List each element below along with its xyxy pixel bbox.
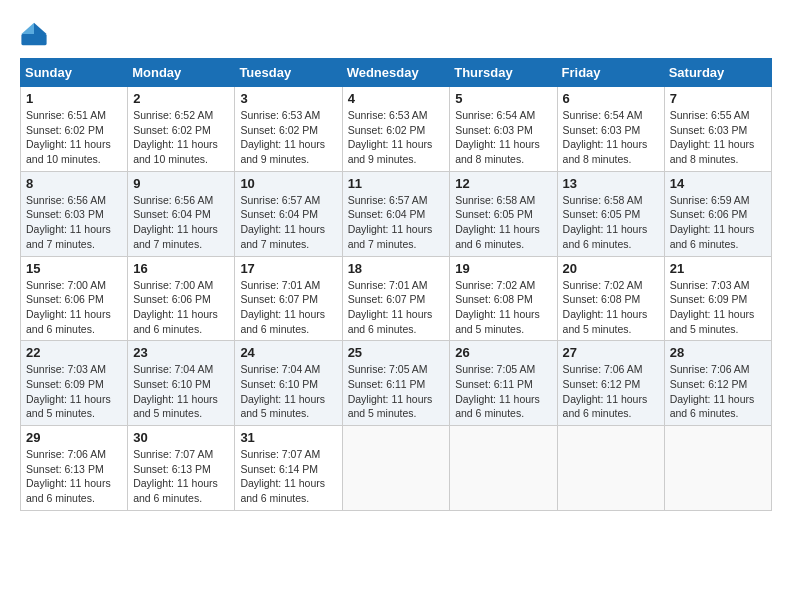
day-number: 14 — [670, 176, 766, 191]
day-number: 7 — [670, 91, 766, 106]
day-number: 29 — [26, 430, 122, 445]
days-of-week-row: SundayMondayTuesdayWednesdayThursdayFrid… — [21, 59, 772, 87]
day-number: 17 — [240, 261, 336, 276]
day-info: Sunrise: 6:54 AM Sunset: 6:03 PM Dayligh… — [563, 108, 659, 167]
calendar-cell: 4Sunrise: 6:53 AM Sunset: 6:02 PM Daylig… — [342, 87, 450, 172]
day-info: Sunrise: 6:53 AM Sunset: 6:02 PM Dayligh… — [240, 108, 336, 167]
day-info: Sunrise: 6:55 AM Sunset: 6:03 PM Dayligh… — [670, 108, 766, 167]
day-number: 25 — [348, 345, 445, 360]
logo — [20, 20, 52, 48]
day-number: 20 — [563, 261, 659, 276]
calendar-cell: 31Sunrise: 7:07 AM Sunset: 6:14 PM Dayli… — [235, 426, 342, 511]
calendar-week-row: 15Sunrise: 7:00 AM Sunset: 6:06 PM Dayli… — [21, 256, 772, 341]
day-info: Sunrise: 6:56 AM Sunset: 6:03 PM Dayligh… — [26, 193, 122, 252]
calendar-header: SundayMondayTuesdayWednesdayThursdayFrid… — [21, 59, 772, 87]
calendar-cell: 28Sunrise: 7:06 AM Sunset: 6:12 PM Dayli… — [664, 341, 771, 426]
day-info: Sunrise: 7:06 AM Sunset: 6:12 PM Dayligh… — [670, 362, 766, 421]
calendar-cell: 16Sunrise: 7:00 AM Sunset: 6:06 PM Dayli… — [128, 256, 235, 341]
calendar-cell: 20Sunrise: 7:02 AM Sunset: 6:08 PM Dayli… — [557, 256, 664, 341]
day-info: Sunrise: 6:57 AM Sunset: 6:04 PM Dayligh… — [348, 193, 445, 252]
day-number: 5 — [455, 91, 551, 106]
day-number: 9 — [133, 176, 229, 191]
calendar-cell: 29Sunrise: 7:06 AM Sunset: 6:13 PM Dayli… — [21, 426, 128, 511]
svg-marker-1 — [21, 23, 34, 34]
calendar-cell: 21Sunrise: 7:03 AM Sunset: 6:09 PM Dayli… — [664, 256, 771, 341]
day-info: Sunrise: 7:04 AM Sunset: 6:10 PM Dayligh… — [240, 362, 336, 421]
calendar-cell: 24Sunrise: 7:04 AM Sunset: 6:10 PM Dayli… — [235, 341, 342, 426]
day-info: Sunrise: 7:01 AM Sunset: 6:07 PM Dayligh… — [240, 278, 336, 337]
day-number: 2 — [133, 91, 229, 106]
day-info: Sunrise: 6:51 AM Sunset: 6:02 PM Dayligh… — [26, 108, 122, 167]
calendar-cell — [557, 426, 664, 511]
svg-rect-2 — [21, 34, 46, 45]
calendar-cell: 15Sunrise: 7:00 AM Sunset: 6:06 PM Dayli… — [21, 256, 128, 341]
day-info: Sunrise: 7:00 AM Sunset: 6:06 PM Dayligh… — [26, 278, 122, 337]
day-info: Sunrise: 7:02 AM Sunset: 6:08 PM Dayligh… — [455, 278, 551, 337]
calendar-cell: 22Sunrise: 7:03 AM Sunset: 6:09 PM Dayli… — [21, 341, 128, 426]
calendar-cell: 3Sunrise: 6:53 AM Sunset: 6:02 PM Daylig… — [235, 87, 342, 172]
day-number: 27 — [563, 345, 659, 360]
calendar-cell: 30Sunrise: 7:07 AM Sunset: 6:13 PM Dayli… — [128, 426, 235, 511]
calendar-cell: 11Sunrise: 6:57 AM Sunset: 6:04 PM Dayli… — [342, 171, 450, 256]
day-info: Sunrise: 6:58 AM Sunset: 6:05 PM Dayligh… — [455, 193, 551, 252]
day-number: 13 — [563, 176, 659, 191]
day-info: Sunrise: 7:06 AM Sunset: 6:13 PM Dayligh… — [26, 447, 122, 506]
calendar-cell: 25Sunrise: 7:05 AM Sunset: 6:11 PM Dayli… — [342, 341, 450, 426]
day-info: Sunrise: 7:03 AM Sunset: 6:09 PM Dayligh… — [26, 362, 122, 421]
calendar-cell — [450, 426, 557, 511]
calendar-body: 1Sunrise: 6:51 AM Sunset: 6:02 PM Daylig… — [21, 87, 772, 511]
day-info: Sunrise: 7:06 AM Sunset: 6:12 PM Dayligh… — [563, 362, 659, 421]
day-info: Sunrise: 7:00 AM Sunset: 6:06 PM Dayligh… — [133, 278, 229, 337]
day-number: 21 — [670, 261, 766, 276]
day-number: 12 — [455, 176, 551, 191]
calendar-cell: 10Sunrise: 6:57 AM Sunset: 6:04 PM Dayli… — [235, 171, 342, 256]
calendar-week-row: 8Sunrise: 6:56 AM Sunset: 6:03 PM Daylig… — [21, 171, 772, 256]
calendar-cell: 5Sunrise: 6:54 AM Sunset: 6:03 PM Daylig… — [450, 87, 557, 172]
day-info: Sunrise: 7:05 AM Sunset: 6:11 PM Dayligh… — [455, 362, 551, 421]
day-info: Sunrise: 7:07 AM Sunset: 6:14 PM Dayligh… — [240, 447, 336, 506]
day-info: Sunrise: 6:59 AM Sunset: 6:06 PM Dayligh… — [670, 193, 766, 252]
calendar-cell: 18Sunrise: 7:01 AM Sunset: 6:07 PM Dayli… — [342, 256, 450, 341]
day-of-week-header: Monday — [128, 59, 235, 87]
calendar-cell: 12Sunrise: 6:58 AM Sunset: 6:05 PM Dayli… — [450, 171, 557, 256]
calendar-cell — [342, 426, 450, 511]
calendar-cell: 2Sunrise: 6:52 AM Sunset: 6:02 PM Daylig… — [128, 87, 235, 172]
day-number: 26 — [455, 345, 551, 360]
day-info: Sunrise: 6:56 AM Sunset: 6:04 PM Dayligh… — [133, 193, 229, 252]
day-number: 11 — [348, 176, 445, 191]
day-of-week-header: Friday — [557, 59, 664, 87]
logo-icon — [20, 20, 48, 48]
calendar-cell: 23Sunrise: 7:04 AM Sunset: 6:10 PM Dayli… — [128, 341, 235, 426]
day-info: Sunrise: 7:01 AM Sunset: 6:07 PM Dayligh… — [348, 278, 445, 337]
calendar-cell: 26Sunrise: 7:05 AM Sunset: 6:11 PM Dayli… — [450, 341, 557, 426]
day-number: 16 — [133, 261, 229, 276]
calendar-cell: 13Sunrise: 6:58 AM Sunset: 6:05 PM Dayli… — [557, 171, 664, 256]
day-of-week-header: Sunday — [21, 59, 128, 87]
calendar-cell: 9Sunrise: 6:56 AM Sunset: 6:04 PM Daylig… — [128, 171, 235, 256]
calendar-cell: 19Sunrise: 7:02 AM Sunset: 6:08 PM Dayli… — [450, 256, 557, 341]
calendar-week-row: 1Sunrise: 6:51 AM Sunset: 6:02 PM Daylig… — [21, 87, 772, 172]
day-number: 28 — [670, 345, 766, 360]
calendar-week-row: 22Sunrise: 7:03 AM Sunset: 6:09 PM Dayli… — [21, 341, 772, 426]
day-number: 31 — [240, 430, 336, 445]
day-of-week-header: Saturday — [664, 59, 771, 87]
day-of-week-header: Thursday — [450, 59, 557, 87]
calendar-cell: 27Sunrise: 7:06 AM Sunset: 6:12 PM Dayli… — [557, 341, 664, 426]
day-info: Sunrise: 7:03 AM Sunset: 6:09 PM Dayligh… — [670, 278, 766, 337]
day-info: Sunrise: 7:07 AM Sunset: 6:13 PM Dayligh… — [133, 447, 229, 506]
day-number: 6 — [563, 91, 659, 106]
day-number: 10 — [240, 176, 336, 191]
day-info: Sunrise: 6:58 AM Sunset: 6:05 PM Dayligh… — [563, 193, 659, 252]
day-number: 4 — [348, 91, 445, 106]
day-info: Sunrise: 6:52 AM Sunset: 6:02 PM Dayligh… — [133, 108, 229, 167]
day-number: 30 — [133, 430, 229, 445]
page-header — [20, 20, 772, 48]
calendar-cell: 6Sunrise: 6:54 AM Sunset: 6:03 PM Daylig… — [557, 87, 664, 172]
day-info: Sunrise: 6:57 AM Sunset: 6:04 PM Dayligh… — [240, 193, 336, 252]
day-info: Sunrise: 7:05 AM Sunset: 6:11 PM Dayligh… — [348, 362, 445, 421]
day-of-week-header: Wednesday — [342, 59, 450, 87]
calendar-cell: 8Sunrise: 6:56 AM Sunset: 6:03 PM Daylig… — [21, 171, 128, 256]
calendar-table: SundayMondayTuesdayWednesdayThursdayFrid… — [20, 58, 772, 511]
day-number: 8 — [26, 176, 122, 191]
calendar-week-row: 29Sunrise: 7:06 AM Sunset: 6:13 PM Dayli… — [21, 426, 772, 511]
